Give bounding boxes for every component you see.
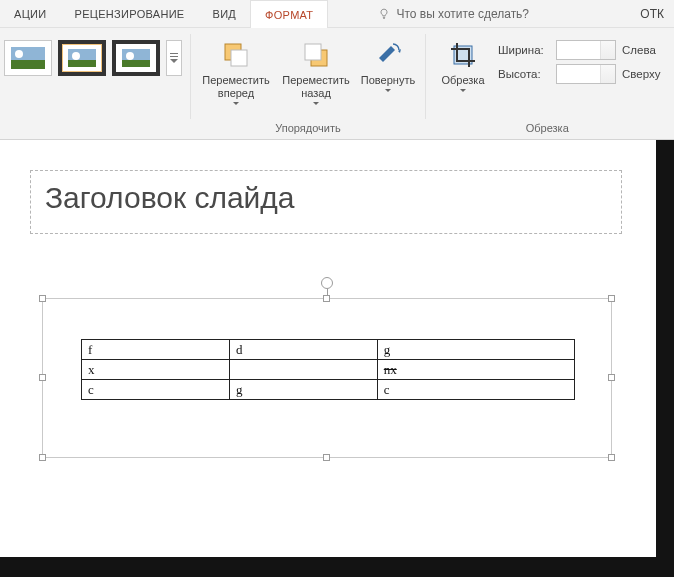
selected-object-frame[interactable]: f d g x nx c g c — [42, 298, 612, 458]
table-row[interactable]: c g c — [82, 380, 575, 400]
group-crop: Обрезка Ширина: Слева Высота: Сверху Обр… — [426, 28, 668, 139]
group-label-crop: Обрезка — [526, 120, 569, 137]
resize-handle[interactable] — [323, 295, 330, 302]
resize-handle[interactable] — [39, 295, 46, 302]
rotate-icon — [371, 38, 405, 72]
table-cell[interactable]: g — [377, 340, 574, 360]
tell-me-placeholder: Что вы хотите сделать? — [396, 7, 529, 21]
table-cell[interactable]: x — [82, 360, 230, 380]
svg-rect-3 — [305, 44, 321, 60]
resize-handle[interactable] — [608, 374, 615, 381]
tell-me-search[interactable]: Что вы хотите сделать? — [368, 0, 539, 27]
table-cell[interactable]: d — [229, 340, 377, 360]
height-input[interactable] — [556, 64, 616, 84]
crop-icon — [446, 38, 480, 72]
style-thumb-3[interactable] — [112, 40, 160, 76]
rotate-handle[interactable] — [321, 277, 333, 289]
dropdown-indicator-icon — [460, 89, 466, 92]
group-picture-styles — [0, 28, 190, 139]
tab-right-partial[interactable]: ОТК — [630, 0, 674, 27]
group-arrange: Переместить вперед Переместить назад Пов… — [191, 28, 425, 139]
left-label: Слева — [622, 44, 656, 56]
style-thumb-1[interactable] — [4, 40, 52, 76]
width-label: Ширина: — [498, 44, 550, 56]
table-cell[interactable]: g — [229, 380, 377, 400]
bring-forward-icon — [219, 38, 253, 72]
resize-handle[interactable] — [39, 454, 46, 461]
resize-handle[interactable] — [39, 374, 46, 381]
svg-rect-1 — [231, 50, 247, 66]
slide-title-placeholder[interactable]: Заголовок слайда — [30, 170, 622, 234]
resize-handle[interactable] — [608, 295, 615, 302]
table-cell[interactable] — [229, 360, 377, 380]
dropdown-indicator-icon — [233, 102, 239, 105]
height-label: Высота: — [498, 68, 550, 80]
tab-format[interactable]: ФОРМАТ — [250, 0, 328, 28]
dropdown-indicator-icon — [385, 89, 391, 92]
lightbulb-icon — [378, 8, 390, 20]
top-label: Сверху — [622, 68, 660, 80]
table-cell[interactable]: nx — [377, 360, 574, 380]
width-input[interactable] — [556, 40, 616, 60]
table-cell[interactable]: c — [82, 380, 230, 400]
table-row[interactable]: f d g — [82, 340, 575, 360]
ribbon-tabs: АЦИИ РЕЦЕНЗИРОВАНИЕ ВИД ФОРМАТ Что вы хо… — [0, 0, 674, 28]
rotate-button[interactable]: Повернуть — [359, 32, 417, 92]
tab-view[interactable]: ВИД — [199, 0, 251, 27]
table-cell[interactable]: f — [82, 340, 230, 360]
slide-title-text[interactable]: Заголовок слайда — [45, 181, 607, 215]
dropdown-indicator-icon — [313, 102, 319, 105]
tab-review[interactable]: РЕЦЕНЗИРОВАНИЕ — [61, 0, 199, 27]
rotate-label: Повернуть — [361, 74, 415, 87]
crop-label: Обрезка — [441, 74, 484, 87]
table-cell[interactable]: c — [377, 380, 574, 400]
group-label-arrange: Упорядочить — [275, 120, 340, 137]
slide-table[interactable]: f d g x nx c g c — [81, 339, 575, 400]
tab-animations-partial[interactable]: АЦИИ — [0, 0, 61, 27]
gallery-more-button[interactable] — [166, 40, 182, 76]
bring-forward-button[interactable]: Переместить вперед — [199, 32, 273, 105]
slide-canvas[interactable]: Заголовок слайда f d g x nx — [0, 140, 656, 557]
resize-handle[interactable] — [323, 454, 330, 461]
send-backward-icon — [299, 38, 333, 72]
bring-forward-label: Переместить вперед — [202, 74, 269, 100]
group-label-styles — [91, 120, 94, 137]
resize-handle[interactable] — [608, 454, 615, 461]
crop-button[interactable]: Обрезка — [434, 32, 492, 92]
editor-shell: Заголовок слайда f d g x nx — [0, 140, 674, 577]
style-thumb-2[interactable] — [58, 40, 106, 76]
send-backward-button[interactable]: Переместить назад — [279, 32, 353, 105]
ribbon: Переместить вперед Переместить назад Пов… — [0, 28, 674, 140]
send-backward-label: Переместить назад — [282, 74, 349, 100]
table-row[interactable]: x nx — [82, 360, 575, 380]
